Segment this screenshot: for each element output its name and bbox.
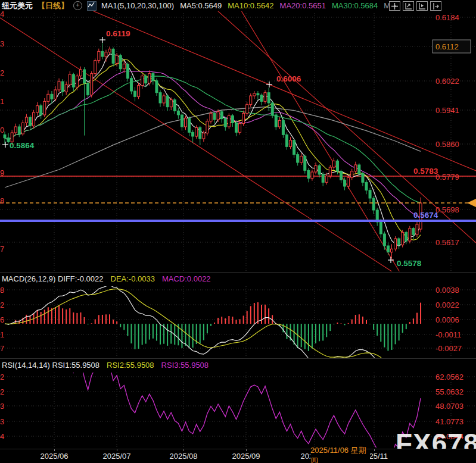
candle[interactable] xyxy=(152,72,154,85)
candle[interactable] xyxy=(318,164,321,178)
candle[interactable] xyxy=(412,227,415,239)
candle[interactable] xyxy=(325,173,328,184)
candle[interactable] xyxy=(148,70,151,85)
candle[interactable] xyxy=(332,158,335,170)
candle[interactable] xyxy=(166,94,169,111)
candle[interactable] xyxy=(29,115,31,130)
candle[interactable] xyxy=(315,162,317,174)
chart-type-icon[interactable] xyxy=(87,1,97,11)
candle[interactable] xyxy=(119,54,122,72)
candle[interactable] xyxy=(300,153,303,165)
candle[interactable] xyxy=(372,196,375,214)
candle[interactable] xyxy=(98,49,100,64)
candle[interactable] xyxy=(206,119,209,136)
candle[interactable] xyxy=(275,112,277,130)
candle[interactable] xyxy=(250,93,252,107)
trendline[interactable] xyxy=(235,0,417,301)
candle[interactable] xyxy=(394,236,397,251)
candle[interactable] xyxy=(322,172,324,186)
candle[interactable] xyxy=(141,74,144,89)
candle[interactable] xyxy=(61,79,64,96)
candle[interactable] xyxy=(188,117,191,136)
price-chart-canvas[interactable]: 0.61840.61120.60220.59410.58600.57790.56… xyxy=(0,0,476,463)
candle[interactable] xyxy=(185,115,187,130)
x-axis-bar[interactable]: 2025/062025/072025/082025/092025/102025/… xyxy=(0,449,476,463)
candle[interactable] xyxy=(398,237,400,249)
candle[interactable] xyxy=(369,188,371,202)
candle[interactable] xyxy=(213,112,216,124)
candle[interactable] xyxy=(18,124,20,137)
candle[interactable] xyxy=(134,87,136,101)
candle[interactable] xyxy=(192,130,194,142)
candle[interactable] xyxy=(290,137,292,149)
candle[interactable] xyxy=(390,244,393,258)
trendline[interactable] xyxy=(67,0,476,171)
candle[interactable] xyxy=(365,180,368,194)
collapse-panel-icon[interactable] xyxy=(430,1,441,11)
candle[interactable] xyxy=(54,86,57,101)
candle[interactable] xyxy=(203,131,205,142)
candle[interactable] xyxy=(181,112,183,131)
candle[interactable] xyxy=(65,82,67,95)
candle[interactable] xyxy=(199,126,201,145)
candle[interactable] xyxy=(47,90,49,105)
candle[interactable] xyxy=(304,155,306,174)
candle[interactable] xyxy=(33,110,35,129)
candle[interactable] xyxy=(362,172,364,186)
candle[interactable] xyxy=(126,62,129,82)
candle[interactable] xyxy=(43,98,46,117)
candle[interactable] xyxy=(83,67,86,136)
candle[interactable] xyxy=(340,170,343,183)
candle[interactable] xyxy=(235,120,237,136)
candle[interactable] xyxy=(409,226,411,243)
candle[interactable] xyxy=(101,43,104,59)
candle[interactable] xyxy=(138,83,140,99)
candle[interactable] xyxy=(224,117,226,131)
candle[interactable] xyxy=(72,73,74,91)
axis-play-icon[interactable] xyxy=(416,1,428,11)
candle[interactable] xyxy=(14,124,17,135)
candle[interactable] xyxy=(25,114,27,126)
candle[interactable] xyxy=(253,91,256,99)
candle[interactable] xyxy=(177,108,179,119)
candle[interactable] xyxy=(260,93,263,105)
candle[interactable] xyxy=(264,90,266,104)
candle[interactable] xyxy=(387,243,389,255)
candle[interactable] xyxy=(21,120,24,136)
add-indicator-icon[interactable]: + xyxy=(73,1,82,10)
candle[interactable] xyxy=(297,152,299,166)
candle[interactable] xyxy=(130,76,132,95)
candle[interactable] xyxy=(170,98,172,110)
candle[interactable] xyxy=(282,119,284,138)
candle[interactable] xyxy=(416,222,418,237)
candle[interactable] xyxy=(79,67,82,79)
candle[interactable] xyxy=(159,90,161,107)
candle[interactable] xyxy=(257,91,259,100)
candle[interactable] xyxy=(242,111,245,126)
candle[interactable] xyxy=(376,208,378,226)
candle[interactable] xyxy=(76,74,78,90)
candle[interactable] xyxy=(91,71,93,98)
candle[interactable] xyxy=(293,139,295,158)
axis-scale-icon[interactable] xyxy=(403,1,414,11)
trendline[interactable] xyxy=(0,18,423,292)
candle[interactable] xyxy=(58,79,60,92)
candle[interactable] xyxy=(307,168,310,182)
candle[interactable] xyxy=(40,104,42,118)
candle[interactable] xyxy=(231,114,234,127)
candle[interactable] xyxy=(311,170,313,181)
candle[interactable] xyxy=(155,79,158,96)
candle[interactable] xyxy=(383,232,385,250)
candle[interactable] xyxy=(285,132,288,149)
candle[interactable] xyxy=(347,175,350,189)
candle[interactable] xyxy=(112,48,114,67)
candle[interactable] xyxy=(173,98,176,114)
pan-icon[interactable] xyxy=(389,1,400,11)
price-alert-arrow-icon[interactable] xyxy=(467,199,476,207)
candle[interactable] xyxy=(351,169,353,180)
candle[interactable] xyxy=(36,102,39,116)
candle[interactable] xyxy=(220,110,223,123)
candle[interactable] xyxy=(402,230,404,247)
candle[interactable] xyxy=(228,113,230,129)
candle[interactable] xyxy=(278,117,281,129)
